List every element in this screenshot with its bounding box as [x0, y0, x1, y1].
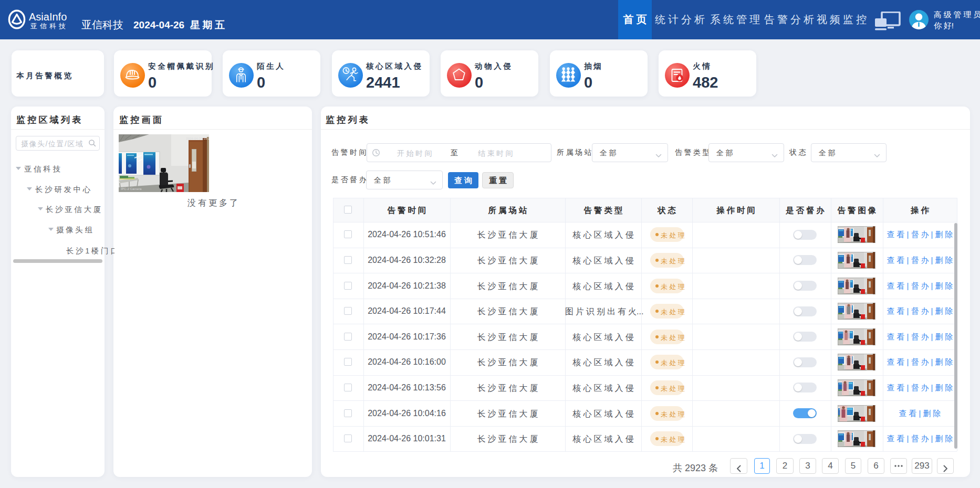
- svg-text:IPC-2 Camera: IPC-2 Camera: [121, 187, 142, 190]
- svg-text:2024-04-26 15:28: 2024-04-26 15:28: [186, 136, 209, 140]
